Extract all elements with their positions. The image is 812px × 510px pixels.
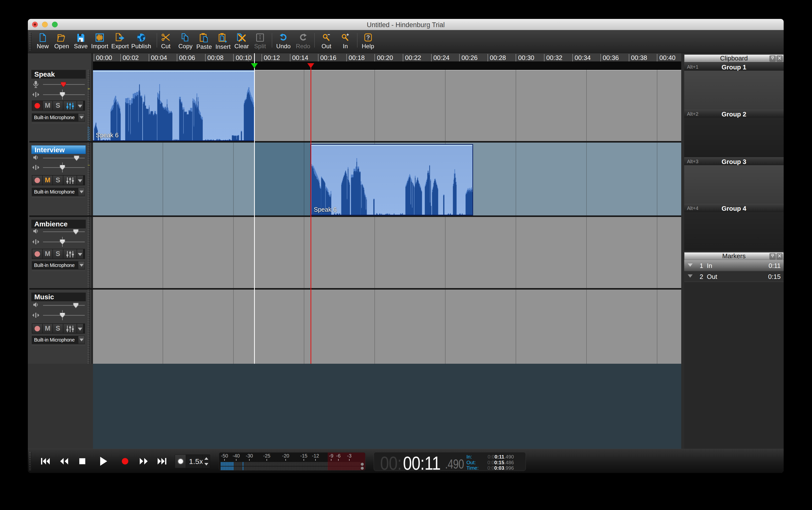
svg-text:?: ? bbox=[366, 34, 370, 41]
